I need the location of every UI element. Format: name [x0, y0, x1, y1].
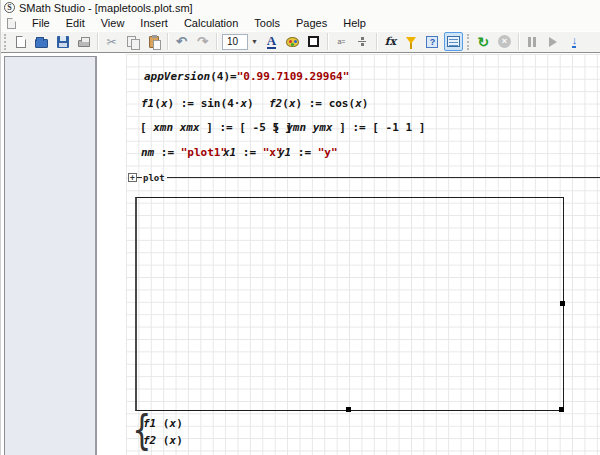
border-square-icon [308, 36, 319, 47]
save-button[interactable] [53, 32, 72, 51]
math-token: ymx [313, 121, 333, 134]
math-token: ) := [168, 97, 201, 110]
fx-icon: fx [385, 35, 396, 48]
expr-x-label[interactable]: x1 := "x" [223, 147, 283, 159]
cut-button[interactable]: ✂ [102, 32, 121, 51]
math-token: sin [201, 97, 221, 110]
menu-file[interactable]: File [24, 16, 58, 30]
expr-y-label[interactable]: y1 := "y" [278, 147, 338, 159]
open-folder-icon [35, 39, 48, 48]
toolbar-separator [216, 33, 217, 50]
run-button[interactable] [544, 32, 563, 51]
region-toggle[interactable]: + [128, 173, 137, 182]
menu-tools[interactable]: Tools [246, 16, 288, 30]
toolbar-grip[interactable] [467, 34, 470, 50]
math-token: ) [247, 97, 254, 110]
side-panel-toggle-button[interactable] [444, 32, 463, 51]
math-token: ( [156, 417, 169, 430]
document-icon[interactable] [7, 18, 16, 29]
math-token: x [289, 97, 296, 110]
math-token: "y" [318, 146, 338, 159]
resize-handle-corner[interactable] [559, 407, 564, 412]
menu-pages[interactable]: Pages [288, 16, 335, 30]
step-button[interactable]: ↓ [565, 32, 584, 51]
paste-button[interactable] [144, 32, 163, 51]
math-token: xmx [180, 121, 200, 134]
expr-appversion[interactable]: appVersion(4)="0.99.7109.29964" [144, 71, 349, 83]
toolbar-separator [518, 33, 519, 50]
superscript-icon: a= [337, 38, 345, 45]
units-question-icon: ? [426, 36, 438, 48]
border-button[interactable] [304, 32, 323, 51]
font-size-input[interactable]: 10 [222, 34, 248, 50]
redo-button[interactable]: ↷ [193, 32, 212, 51]
toolbar: ✂ ↶ ↷ 10 ▼ A a= fx ? ↻ × ↓ [1, 31, 600, 53]
expr-x-range[interactable]: [ xmn xmx ] := [ -5 5 ] [140, 122, 292, 134]
math-token: ) [176, 417, 183, 430]
pause-icon [528, 37, 536, 47]
menu-insert[interactable]: Insert [132, 16, 176, 30]
worksheet-area[interactable]: appVersion(4)="0.99.7109.29964"f1(x) := … [1, 54, 600, 455]
math-token: ( [210, 70, 217, 83]
math-token: x1 [223, 146, 236, 159]
undo-arrow-icon: ↶ [176, 35, 187, 48]
fraction-format-button[interactable] [353, 32, 372, 51]
copy-button[interactable] [123, 32, 142, 51]
plot-canvas[interactable] [135, 197, 564, 411]
smath-logo-icon: S [4, 2, 15, 13]
math-token: y1 [278, 146, 291, 159]
down-arrow-glyph: ↓ [572, 34, 578, 46]
background-color-button[interactable] [283, 32, 302, 51]
math-token [173, 121, 180, 134]
insert-function-button[interactable]: fx [381, 32, 400, 51]
menu-bar: File Edit View Insert Calculation Tools … [1, 15, 600, 31]
toolbar-separator [327, 33, 328, 50]
fraction-icon [358, 37, 366, 46]
math-token: -1 [386, 121, 399, 134]
system-brace: { [132, 411, 151, 449]
new-button[interactable] [11, 32, 30, 51]
stop-x-icon: × [498, 35, 511, 48]
math-token: )= [223, 70, 236, 83]
filter-button[interactable] [402, 32, 421, 51]
undo-button[interactable]: ↶ [172, 32, 191, 51]
scissors-icon: ✂ [106, 36, 116, 48]
toolbar-grip[interactable] [4, 34, 7, 50]
window-title: SMath Studio - [mapletools.plot.sm] [19, 2, 193, 14]
toolbar-separator [97, 33, 98, 50]
math-token: "0.99.7109.29964" [237, 70, 350, 83]
copy-icon [127, 36, 139, 48]
expr-f2-definition[interactable]: f2(x) := cos(x) [269, 98, 368, 110]
clipboard-icon [149, 36, 159, 48]
pause-button[interactable] [523, 32, 542, 51]
interrupt-button[interactable]: × [495, 32, 514, 51]
title-bar: S SMath Studio - [mapletools.plot.sm] [1, 0, 600, 15]
open-button[interactable] [32, 32, 51, 51]
font-color-icon: A [267, 35, 276, 49]
resize-handle-bottom[interactable] [346, 407, 351, 412]
math-token: appVersion [144, 70, 210, 83]
font-size-dropdown-icon[interactable]: ▼ [248, 38, 261, 45]
math-token: 4 [227, 97, 234, 110]
superscript-format-button[interactable]: a= [332, 32, 351, 51]
resize-handle-right[interactable] [560, 301, 565, 306]
funnel-icon [406, 37, 416, 44]
toolbar-separator [376, 33, 377, 50]
math-token: := [291, 146, 318, 159]
print-button[interactable] [74, 32, 93, 51]
refresh-icon: ↻ [478, 34, 490, 50]
expr-f1-definition[interactable]: f1(x) := sin(4·x) [141, 98, 254, 110]
menu-calculation[interactable]: Calculation [176, 16, 246, 30]
menu-view[interactable]: View [93, 16, 133, 30]
math-token: f2 [269, 97, 282, 110]
region-divider-line [167, 177, 600, 178]
math-token: ) [176, 434, 183, 447]
menu-help[interactable]: Help [335, 16, 374, 30]
units-button[interactable]: ? [423, 32, 442, 51]
font-color-button[interactable]: A [262, 32, 281, 51]
expr-y-range[interactable]: [ ymn ymx ] := [ -1 1 ] [273, 122, 425, 134]
math-token: ymn [286, 121, 306, 134]
recalculate-button[interactable]: ↻ [474, 32, 493, 51]
expr-plot-name[interactable]: nm := "plot1" [141, 147, 227, 159]
menu-edit[interactable]: Edit [58, 16, 93, 30]
